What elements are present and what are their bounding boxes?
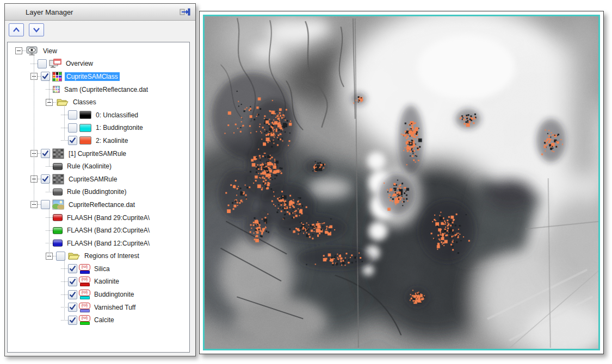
- roi-icon: {roi}: [79, 303, 90, 312]
- layer-label[interactable]: [1] CupriteSAMRule: [67, 149, 128, 158]
- tree-connector: [34, 54, 34, 205]
- tree-item-overview[interactable]: Overview: [8, 58, 189, 71]
- tree-item-flaash-band-20-cupritea[interactable]: FLAASH (Band 20:CupriteA\: [8, 224, 189, 237]
- tree-item-buddingtonite[interactable]: {roi}Buddingtonite: [8, 288, 189, 301]
- tree-connector: [49, 80, 50, 102]
- roi-icon: {roi}: [79, 264, 90, 274]
- class-grid-icon: [52, 72, 62, 81]
- checkbox-unchecked[interactable]: [38, 59, 47, 68]
- layer-label[interactable]: Varnished Tuff: [92, 303, 137, 312]
- tree-connector: [49, 208, 50, 256]
- layer-label[interactable]: CupriteSAMClass: [65, 72, 120, 81]
- layer-label[interactable]: Classes: [71, 98, 98, 106]
- tree-item-flaash-band-29-cupritea[interactable]: FLAASH (Band 29:CupriteA\: [8, 211, 189, 224]
- checkbox-unchecked[interactable]: [68, 110, 77, 120]
- chevron-up-icon: [12, 27, 21, 33]
- checkbox-checked[interactable]: [68, 290, 77, 299]
- rule-image-icon: [52, 174, 64, 185]
- tree-item-rule-kaolinite[interactable]: Rule (Kaolinite): [8, 160, 189, 173]
- tree-connector: [49, 183, 50, 192]
- tree-item-2-kaolinite[interactable]: 2: Kaolinite: [8, 134, 189, 147]
- expander-minus-icon[interactable]: [15, 47, 22, 54]
- tree-item-1-buddingtonite[interactable]: 1: Buddingtonite: [8, 122, 189, 135]
- color-swatch: [79, 111, 91, 119]
- envi-workspace: Layer Manager: [0, 0, 612, 364]
- display-view-window: [199, 11, 604, 354]
- band-color-chip: [53, 189, 63, 196]
- tree-item-cupritesamrule[interactable]: CupriteSAMRule: [8, 173, 189, 186]
- tree-connector: [49, 157, 50, 167]
- roi-icon: {roi}: [79, 290, 90, 299]
- layer-label[interactable]: FLAASH (Band 29:CupriteA\: [65, 214, 151, 222]
- checkbox-checked[interactable]: [68, 316, 77, 325]
- layer-label[interactable]: 0: Unclassified: [94, 111, 140, 120]
- layer-label[interactable]: Calcite: [92, 316, 116, 324]
- tree-connector: [64, 260, 65, 321]
- layer-label[interactable]: Overview: [64, 59, 95, 68]
- layer-label[interactable]: Kaolinite: [92, 277, 121, 286]
- color-swatch: [79, 124, 91, 132]
- roi-icon: {roi}: [79, 315, 90, 325]
- overview-monitor-icon: [49, 59, 61, 68]
- tree-item-view[interactable]: View: [8, 45, 189, 58]
- tree-item-rule-buddingtonite[interactable]: Rule (Buddingtonite): [8, 186, 189, 199]
- layer-label[interactable]: Rule (Kaolinite): [65, 162, 113, 171]
- layer-label[interactable]: Rule (Buddingtonite): [65, 187, 128, 196]
- tree-item-flaash-band-12-cupritea[interactable]: FLAASH (Band 12:CupriteA\: [8, 237, 189, 250]
- tree-item-0-unclassified[interactable]: 0: Unclassified: [8, 109, 189, 122]
- band-color-chip: [53, 163, 63, 170]
- checkbox-checked[interactable]: [68, 264, 77, 273]
- layer-label[interactable]: 1: Buddingtonite: [94, 123, 145, 132]
- tree-item-sam-cupritereflectance-dat[interactable]: Sam (CupriteReflectance.dat: [8, 83, 189, 96]
- tree-connector: [64, 105, 65, 141]
- tree-item-cupritereflectance-dat[interactable]: CupriteReflectance.dat: [8, 198, 189, 211]
- checkbox-checked[interactable]: [68, 136, 77, 145]
- layer-label[interactable]: Buddingtonite: [92, 290, 135, 299]
- panel-toolbar: [5, 21, 195, 39]
- folder-open-icon: [56, 98, 69, 107]
- tree-item-cupritesamclass[interactable]: CupriteSAMClass: [8, 70, 189, 83]
- layer-label[interactable]: FLAASH (Band 12:CupriteA\: [65, 239, 151, 248]
- tree-item-1-cupritesamrule[interactable]: [1] CupriteSAMRule: [8, 147, 189, 160]
- layer-label[interactable]: 2: Kaolinite: [94, 136, 129, 145]
- band-color-chip: [53, 227, 63, 234]
- layer-manager-header: Layer Manager: [5, 4, 195, 21]
- expand-all-button[interactable]: [29, 23, 44, 36]
- layer-label[interactable]: FLAASH (Band 20:CupriteA\: [65, 226, 151, 235]
- checkbox-checked[interactable]: [68, 303, 77, 312]
- tree-item-varnished-tuff[interactable]: {roi}Varnished Tuff: [8, 301, 189, 314]
- checkbox-unchecked[interactable]: [68, 123, 77, 133]
- eye-monitor-icon: [26, 46, 39, 56]
- band-color-chip: [53, 240, 63, 247]
- rgb-image-icon: [52, 199, 64, 210]
- tree-item-calcite[interactable]: {roi}Calcite: [8, 313, 189, 327]
- tree-item-classes[interactable]: Classes: [8, 96, 189, 109]
- class-grid-icon: [53, 86, 60, 93]
- layer-label[interactable]: View: [41, 47, 59, 55]
- checkbox-checked[interactable]: [68, 277, 77, 286]
- color-swatch: [79, 136, 91, 145]
- image-viewport[interactable]: [203, 15, 600, 350]
- band-color-chip: [53, 214, 63, 221]
- layer-label[interactable]: Sam (CupriteReflectance.dat: [63, 85, 150, 94]
- collapse-all-button[interactable]: [9, 23, 24, 36]
- tree-item-regions-of-interest[interactable]: Regions of Interest: [8, 250, 189, 263]
- chevron-down-icon: [32, 27, 41, 33]
- roi-icon: {roi}: [79, 277, 90, 286]
- layer-label[interactable]: Regions of Interest: [83, 252, 141, 260]
- classification-image[interactable]: [205, 16, 599, 350]
- layer-label[interactable]: CupriteSAMRule: [67, 175, 119, 184]
- rule-image-icon: [52, 148, 64, 159]
- folder-open-icon: [67, 252, 80, 261]
- tree-item-kaolinite[interactable]: {roi}Kaolinite: [8, 275, 189, 288]
- layer-tree: ViewOverviewCupriteSAMClassSam (CupriteR…: [7, 42, 190, 353]
- layer-label[interactable]: Silica: [92, 265, 112, 273]
- tree-item-silica[interactable]: {roi}Silica: [8, 262, 189, 275]
- panel-title: Layer Manager: [26, 8, 178, 16]
- layer-manager-panel: Layer Manager: [4, 3, 196, 356]
- layer-label[interactable]: CupriteReflectance.dat: [67, 200, 137, 209]
- undock-right-icon[interactable]: [178, 6, 192, 18]
